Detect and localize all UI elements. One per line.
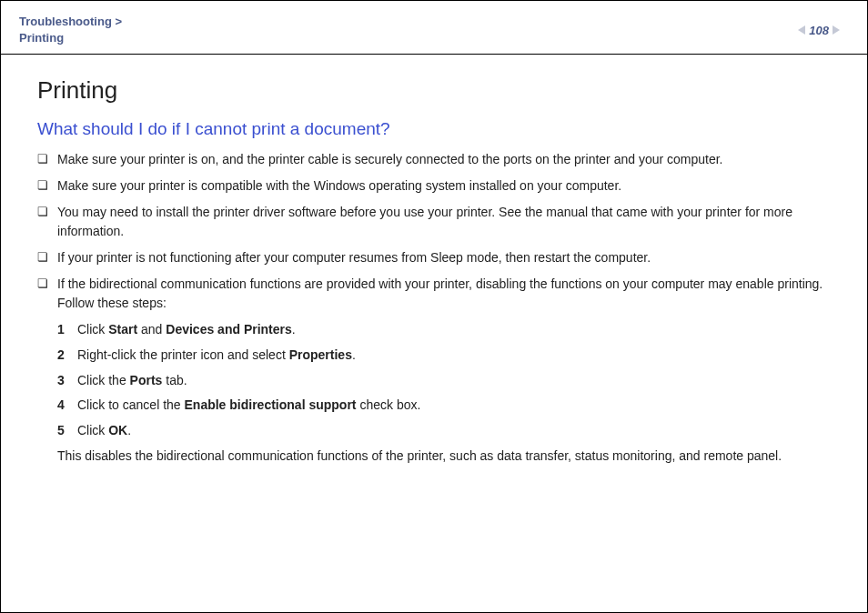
step-number: 1 xyxy=(57,320,77,340)
step-text: Click to cancel the Enable bidirectional… xyxy=(77,396,840,416)
step-number: 5 xyxy=(57,421,77,441)
page-number: 108 xyxy=(809,24,829,37)
list-item: ❏ Make sure your printer is compatible w… xyxy=(37,176,840,196)
step-list: 1 Click Start and Devices and Printers. … xyxy=(57,320,840,440)
breadcrumb[interactable]: Troubleshooting > Printing xyxy=(19,14,122,46)
step-text: Click OK. xyxy=(77,421,840,441)
step-text: Right-click the printer icon and select … xyxy=(77,346,840,366)
step-item: 1 Click Start and Devices and Printers. xyxy=(57,320,840,340)
breadcrumb-section: Troubleshooting > xyxy=(19,14,122,30)
step-item: 2 Right-click the printer icon and selec… xyxy=(57,346,840,366)
content-area: Printing What should I do if I cannot pr… xyxy=(1,55,867,465)
closing-text: This disables the bidirectional communic… xyxy=(57,447,840,466)
step-item: 4 Click to cancel the Enable bidirection… xyxy=(57,396,840,416)
step-text: Click Start and Devices and Printers. xyxy=(77,320,840,340)
list-item: ❏ If the bidirectional communication fun… xyxy=(37,275,840,313)
bullet-icon: ❏ xyxy=(37,248,57,267)
bullet-list: ❏ Make sure your printer is on, and the … xyxy=(37,150,840,313)
step-item: 3 Click the Ports tab. xyxy=(57,371,840,391)
page-nav: 108 xyxy=(798,24,840,37)
breadcrumb-page: Printing xyxy=(19,30,122,46)
bullet-icon: ❏ xyxy=(37,275,57,294)
step-number: 2 xyxy=(57,346,77,366)
list-item: ❏ Make sure your printer is on, and the … xyxy=(37,150,840,169)
page-title: Printing xyxy=(37,76,840,105)
bullet-icon: ❏ xyxy=(37,176,57,196)
step-number: 3 xyxy=(57,371,77,391)
list-item: ❏ You may need to install the printer dr… xyxy=(37,203,840,241)
prev-page-icon[interactable] xyxy=(798,25,805,35)
bullet-icon: ❏ xyxy=(37,203,57,222)
bullet-text: If your printer is not functioning after… xyxy=(57,248,840,267)
list-item: ❏ If your printer is not functioning aft… xyxy=(37,248,840,267)
bullet-text: If the bidirectional communication funct… xyxy=(57,275,840,313)
bullet-text: Make sure your printer is compatible wit… xyxy=(57,176,840,196)
step-text: Click the Ports tab. xyxy=(77,371,840,391)
step-number: 4 xyxy=(57,396,77,416)
section-subtitle: What should I do if I cannot print a doc… xyxy=(37,119,840,139)
bullet-text: Make sure your printer is on, and the pr… xyxy=(57,150,840,169)
bullet-icon: ❏ xyxy=(37,150,57,169)
page-header: Troubleshooting > Printing 108 xyxy=(1,1,867,55)
step-item: 5 Click OK. xyxy=(57,421,840,441)
bullet-text: You may need to install the printer driv… xyxy=(57,203,840,241)
next-page-icon[interactable] xyxy=(833,25,840,35)
